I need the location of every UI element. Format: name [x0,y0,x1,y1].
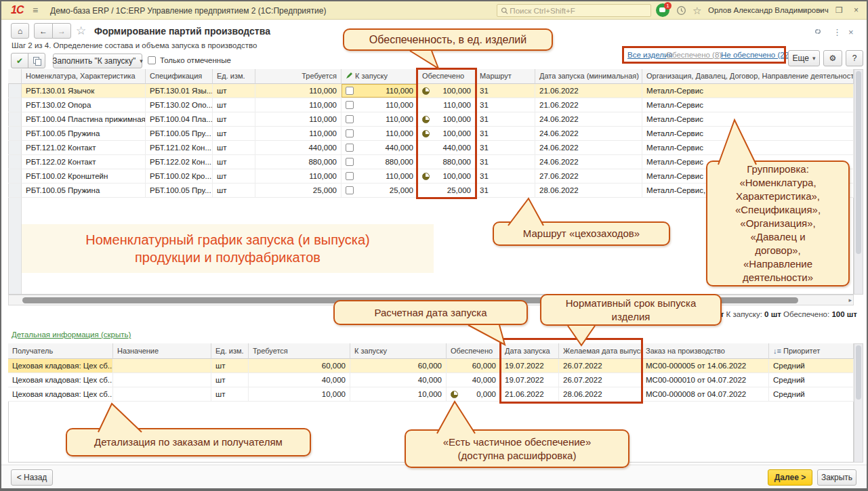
callout-route: Маршрут «цехозаходов» [493,221,670,246]
col-org[interactable]: Организация, Давалец, Договор, Направлен… [642,69,854,84]
dropdown-arrow-icon: ▾ [140,58,143,64]
search-icon [501,7,508,15]
callout-detail-note: Детализация по заказам и получателям [66,428,311,456]
home-icon: ⌂ [18,26,22,36]
col-priority[interactable]: ↓≡ Приоритет [769,343,854,359]
col-nomenclature[interactable]: Номенклатура, Характеристика [22,69,146,84]
dropdown-arrow-icon: ▾ [812,55,816,62]
edit-pencil-icon [346,72,353,79]
col-order[interactable]: Заказ на производство [642,343,769,359]
minimize-icon[interactable]: – [818,5,823,15]
col-required[interactable]: Требуется [255,69,342,84]
callout-release-date: Нормативный срок выпуска изделия [540,294,722,326]
back-step-button[interactable]: < Назад [11,469,53,486]
title-bar: 1С ≡ Демо-база ERP / 1С:ERP Управление п… [1,1,867,20]
help-button[interactable]: ? [846,50,863,66]
more-button-label: Еще [793,54,809,63]
detail-vertical-scrollbar[interactable] [854,343,863,463]
history-icon[interactable] [676,5,686,16]
launch-checkbox[interactable] [346,172,354,180]
col-unit[interactable]: Ед. изм. [211,343,249,359]
launch-checkbox[interactable] [346,158,354,166]
col-spec[interactable]: Спецификация [146,69,213,84]
col-launch[interactable]: К запуску [350,343,447,359]
detail-scrollbar-thumb[interactable] [856,345,861,400]
detail-row[interactable]: Цеховая кладовая: Цех сб... шт 10,000 10… [8,387,854,402]
partial-provision-icon[interactable] [451,391,458,398]
col-required[interactable]: Требуется [249,343,350,359]
launch-checkbox[interactable] [346,186,354,194]
copy-settings-button[interactable] [28,53,45,68]
favorite-toggle-icon[interactable]: ☆ [76,24,86,38]
fill-launch-label: Заполнить "К запуску" [52,56,136,66]
launch-checkbox[interactable] [346,144,354,152]
gear-icon: ⚙ [829,54,837,63]
sort-descending-icon: ↓≡ [773,347,781,355]
annotation-box-provided-column [416,68,477,199]
detail-table-header: Получатель Назначение Ед. изм. Требуется… [8,343,854,359]
current-user[interactable]: Орлов Александр Владимирович [708,6,829,14]
maximize-icon[interactable]: ❒ [835,5,843,15]
back-button[interactable]: ← [34,23,53,39]
help-label: ? [852,54,857,63]
window-title: Демо-база ERP / 1С:ERP Управление предпр… [50,6,326,16]
annotation-box-filters [622,46,786,64]
favorites-star-icon[interactable]: ☆ [693,5,701,17]
global-search[interactable] [497,4,651,17]
annotation-banner: Номенклатурный график запуска (и выпуска… [22,224,434,273]
main-menu-icon[interactable]: ≡ [33,5,38,16]
launch-checkbox[interactable] [346,115,354,123]
launch-checkbox[interactable] [346,129,354,137]
col-purpose[interactable]: Назначение [113,343,211,359]
col-launch-date[interactable]: Дата запуска (минимальная) [535,69,642,84]
get-link-icon[interactable] [813,27,823,37]
detail-info-toggle-link[interactable]: Детальная информация (скрыть) [12,330,131,339]
col-unit[interactable]: Ед. изм. [213,69,255,84]
col-launch[interactable]: К запуску [342,69,418,84]
1c-logo-icon: 1С [11,4,23,16]
only-marked-checkbox[interactable] [148,56,156,64]
forward-arrow-icon: → [58,26,66,36]
home-button[interactable]: ⌂ [11,23,29,39]
check-all-icon: ✔ [16,56,23,66]
callout-provision: Обеспеченность, в ед. изделий [343,28,553,51]
application-window: 1С ≡ Демо-база ERP / 1С:ERP Управление п… [0,0,868,491]
vertical-scrollbar[interactable] [854,69,863,295]
close-button[interactable]: Закрыть [817,469,856,486]
back-arrow-icon: ← [39,26,47,36]
check-all-button[interactable]: ✔ [11,53,28,68]
page-title: Формирование партий производства [94,26,270,37]
callout-grouping: Группировка: «Номенклатура, Характеристи… [706,161,850,286]
forward-button[interactable]: → [52,23,71,39]
wizard-step-label: Шаг 2 из 4. Определение состава и объема… [12,41,257,49]
callout-launch-date: Расчетная дата запуска [333,300,528,325]
more-button[interactable]: Еще ▾ [788,50,820,66]
launch-checkbox[interactable] [346,87,354,95]
window-close-icon[interactable]: × [854,5,859,15]
next-step-button[interactable]: Далее > [768,469,812,486]
wizard-footer: < Назад Далее > Закрыть [1,465,867,488]
fill-launch-button[interactable]: Заполнить "К запуску" ▾ [53,54,142,68]
form-close-icon[interactable]: × [848,27,854,37]
col-receiver[interactable]: Получатель [8,343,113,359]
annotation-box-dates-columns [499,338,643,404]
copy-icon [33,57,40,64]
settings-button[interactable]: ⚙ [823,50,842,66]
launch-checkbox[interactable] [346,101,354,109]
vertical-scrollbar-thumb[interactable] [856,71,861,254]
detail-row[interactable]: Цеховая кладовая: Цех сб... шт 60,000 60… [8,359,854,373]
search-input[interactable] [508,6,647,16]
service-menu-icon[interactable]: ≡ [802,5,807,16]
detail-table: Получатель Назначение Ед. изм. Требуется… [8,343,854,402]
callout-partial-provision: «Есть частичное обеспечение» (доступна р… [405,429,629,468]
col-route[interactable]: Маршрут [476,69,535,84]
only-marked-label: Только отмеченные [160,56,231,64]
more-actions-kebab-icon[interactable]: ⋮ [833,27,842,37]
detail-row[interactable]: Цеховая кладовая: Цех сб... шт 40,000 40… [8,373,854,387]
notification-badge: 1 [664,2,671,9]
scroll-right-arrow-icon[interactable]: ▸ [848,297,852,303]
